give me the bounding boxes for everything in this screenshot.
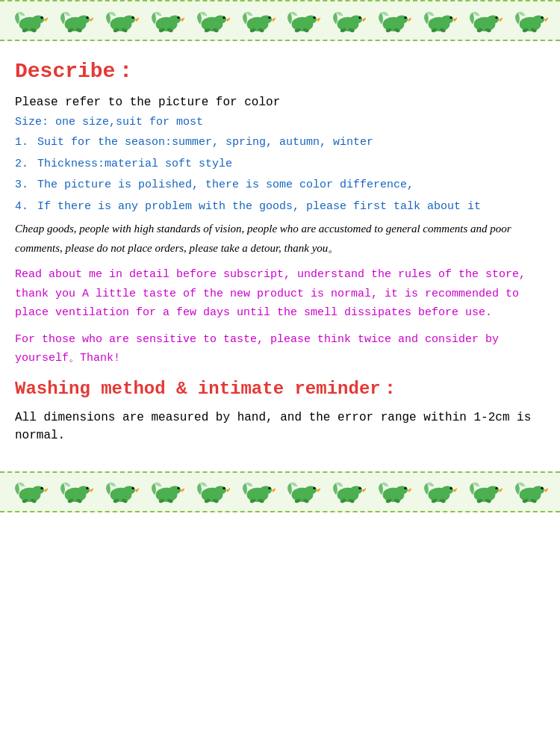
- svg-point-37: [305, 15, 317, 23]
- color-reference: Please refer to the picture for color: [15, 93, 545, 111]
- svg-point-111: [314, 487, 316, 489]
- bird-icon: [330, 478, 366, 505]
- bird-icon: [421, 7, 457, 34]
- svg-point-129: [449, 487, 452, 489]
- svg-point-121: [396, 486, 408, 494]
- svg-point-87: [131, 487, 134, 489]
- bird-icon: [330, 7, 366, 34]
- feature-list: 1. Suit for the season:summer, spring, a…: [15, 134, 545, 215]
- bird-icon: [103, 7, 139, 34]
- svg-point-123: [404, 487, 406, 489]
- svg-marker-44: [362, 16, 366, 21]
- svg-marker-68: [544, 16, 548, 21]
- svg-point-85: [123, 486, 135, 494]
- bird-icon: [467, 478, 503, 505]
- svg-marker-62: [499, 16, 503, 21]
- svg-marker-50: [408, 16, 411, 21]
- svg-marker-8: [90, 16, 93, 21]
- svg-point-115: [350, 486, 362, 494]
- svg-marker-140: [544, 488, 548, 492]
- svg-point-39: [314, 16, 316, 19]
- svg-point-3: [41, 16, 43, 19]
- svg-point-45: [359, 16, 361, 19]
- svg-point-43: [350, 15, 362, 23]
- read-before-notice: Read about me in detail before subscript…: [15, 265, 545, 323]
- svg-point-97: [214, 486, 226, 494]
- svg-point-25: [214, 15, 226, 23]
- svg-marker-110: [317, 488, 321, 492]
- svg-point-135: [495, 487, 497, 489]
- sensitive-notice: For those who are sensitive to taste, pl…: [15, 330, 545, 368]
- bird-icon: [284, 7, 320, 34]
- bottom-bird-banner: [0, 471, 560, 512]
- svg-marker-92: [181, 488, 184, 492]
- svg-point-91: [169, 486, 181, 494]
- bird-icon: [194, 478, 230, 505]
- svg-point-105: [268, 487, 270, 489]
- svg-marker-86: [135, 488, 139, 492]
- describe-section: Describe： Please refer to the picture fo…: [15, 56, 545, 368]
- bird-icon: [421, 478, 457, 505]
- svg-point-75: [41, 487, 43, 489]
- svg-marker-98: [226, 488, 230, 492]
- list-item: 2. Thickness:material soft style: [15, 156, 545, 173]
- bird-icon: [240, 478, 276, 505]
- svg-point-133: [487, 486, 499, 494]
- svg-marker-74: [45, 488, 49, 492]
- svg-marker-122: [408, 488, 411, 492]
- cheap-goods-notice: Cheap goods, people with high standards …: [15, 220, 545, 258]
- svg-point-139: [532, 486, 544, 494]
- svg-point-79: [78, 486, 90, 494]
- svg-point-9: [87, 16, 89, 19]
- svg-point-33: [268, 16, 270, 19]
- svg-marker-2: [45, 16, 49, 21]
- svg-point-57: [449, 16, 452, 19]
- svg-marker-134: [499, 488, 503, 492]
- svg-marker-38: [317, 16, 321, 21]
- bird-icon: [240, 7, 276, 34]
- bird-icon: [376, 478, 411, 505]
- svg-marker-32: [272, 16, 276, 21]
- svg-point-13: [123, 15, 135, 23]
- bird-icon: [12, 7, 48, 34]
- bird-icon: [467, 7, 503, 34]
- bird-icon: [284, 478, 320, 505]
- svg-point-141: [541, 487, 543, 489]
- main-content: Describe： Please refer to the picture fo…: [0, 41, 560, 464]
- svg-point-15: [131, 16, 134, 19]
- svg-point-61: [487, 15, 499, 23]
- size-info: Size: one size,suit for most: [15, 116, 545, 128]
- svg-point-19: [169, 15, 181, 23]
- dimensions-note: All dimensions are measured by hand, and…: [15, 409, 545, 444]
- svg-point-127: [441, 486, 453, 494]
- svg-point-73: [33, 486, 45, 494]
- svg-marker-116: [362, 488, 366, 492]
- svg-point-27: [223, 16, 225, 19]
- bird-icon: [57, 478, 93, 505]
- bird-icon: [149, 478, 184, 505]
- describe-title: Describe：: [15, 56, 545, 84]
- list-item: 4. If there is any problem with the good…: [15, 199, 545, 216]
- svg-point-1: [33, 15, 45, 23]
- svg-point-55: [441, 15, 453, 23]
- bird-icon: [57, 7, 93, 34]
- svg-point-109: [305, 486, 317, 494]
- svg-marker-56: [453, 16, 457, 21]
- washing-title: Washing method & intimate reminder：: [15, 376, 545, 400]
- svg-point-117: [359, 487, 361, 489]
- svg-point-81: [87, 487, 89, 489]
- bird-icon: [103, 478, 139, 505]
- svg-point-63: [495, 16, 497, 19]
- bird-icon: [376, 7, 411, 34]
- svg-point-51: [404, 16, 406, 19]
- washing-section: Washing method & intimate reminder： All …: [15, 376, 545, 444]
- svg-point-67: [532, 15, 544, 23]
- svg-point-99: [223, 487, 225, 489]
- svg-point-103: [260, 486, 272, 494]
- bird-icon: [12, 478, 48, 505]
- list-item: 1. Suit for the season:summer, spring, a…: [15, 134, 545, 152]
- bird-icon: [512, 7, 548, 34]
- svg-point-93: [177, 487, 179, 489]
- svg-point-7: [78, 15, 90, 23]
- svg-point-21: [177, 16, 179, 19]
